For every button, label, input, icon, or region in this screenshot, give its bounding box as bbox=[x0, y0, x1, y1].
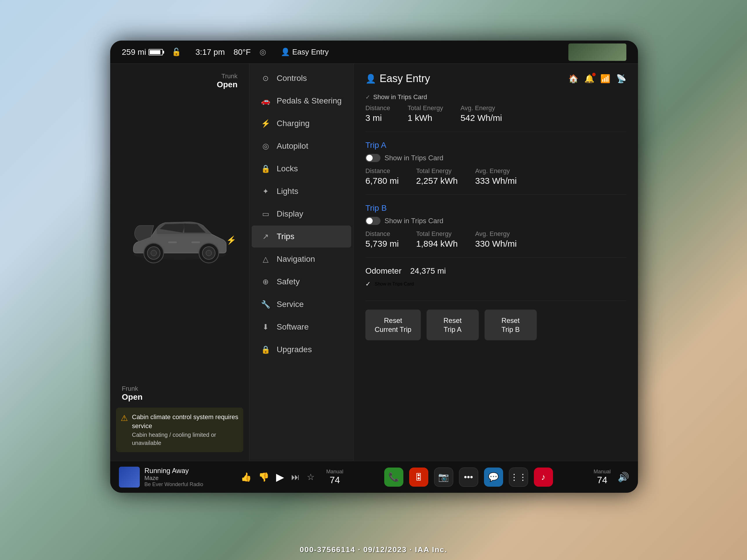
camera-icon[interactable]: 📷 bbox=[434, 468, 453, 487]
easy-entry-distance-value: 3 mi bbox=[365, 113, 390, 123]
checkmark-icon: ✓ bbox=[365, 94, 370, 101]
trip-b-energy-value: 1,894 kWh bbox=[416, 239, 458, 249]
menu-item-pedals[interactable]: 🚗 Pedals & Steering bbox=[252, 90, 351, 112]
message-icon[interactable]: 💬 bbox=[484, 468, 503, 487]
navigation-label: Navigation bbox=[277, 255, 315, 264]
svg-point-6 bbox=[206, 250, 212, 256]
watermark: 000-37566114 · 09/12/2023 · IAA Inc. bbox=[300, 545, 447, 554]
trips-icon: ↗ bbox=[260, 232, 271, 241]
trunk-status: Trunk Open bbox=[116, 73, 243, 89]
charging-icon: ⚡ bbox=[260, 119, 271, 128]
thumbs-up-button[interactable]: 👍 bbox=[241, 472, 251, 482]
menu-item-upgrades[interactable]: 🔒 Upgrades bbox=[252, 339, 351, 361]
car-image-area: ⚡ bbox=[116, 95, 243, 379]
temp-display-top: 80°F bbox=[233, 48, 251, 57]
buttons-row: ResetCurrent Trip ResetTrip A ResetTrip … bbox=[365, 310, 626, 340]
trunk-value: Open bbox=[116, 80, 237, 89]
phone-icon[interactable]: 📞 bbox=[384, 468, 403, 487]
panel-header: 👤 Easy Entry 🏠 🔔 📶 📡 bbox=[365, 73, 626, 85]
right-temp-value: 74 bbox=[597, 475, 608, 485]
locks-icon: 🔒 bbox=[260, 164, 271, 174]
left-panel: Trunk Open bbox=[110, 64, 249, 461]
menu-item-trips[interactable]: ↗ Trips bbox=[252, 225, 351, 247]
profile-display[interactable]: 👤 Easy Entry bbox=[281, 48, 329, 56]
reset-trip-b-button[interactable]: ResetTrip B bbox=[485, 310, 537, 340]
menu-item-lights[interactable]: ✦ Lights bbox=[252, 180, 351, 202]
warning-icon: ⚠ bbox=[121, 413, 128, 423]
more-icon[interactable]: ••• bbox=[459, 468, 478, 487]
menu-item-safety[interactable]: ⊕ Safety bbox=[252, 271, 351, 293]
odometer-row: Odometer 24,375 mi bbox=[365, 266, 626, 276]
profile-label: Easy Entry bbox=[292, 48, 329, 56]
volume-icon[interactable]: 🔊 bbox=[618, 472, 629, 483]
software-icon: ⬇ bbox=[260, 323, 271, 331]
media-controls: 👍 👎 ▶ ⏭ ☆ bbox=[241, 471, 315, 483]
menu-item-display[interactable]: ▭ Display bbox=[252, 203, 351, 225]
trip-a-distance-label: Distance bbox=[365, 167, 399, 175]
song-info: Running Away Maze Be Ever Wonderful Radi… bbox=[145, 466, 235, 487]
music-icon[interactable]: ♪ bbox=[534, 468, 553, 487]
status-bar: 259 mi 🔓 3:17 pm 80°F ◎ 👤 Easy Entry bbox=[110, 41, 638, 64]
easy-entry-avg-label: Avg. Energy bbox=[461, 104, 502, 112]
reset-trip-a-button[interactable]: ResetTrip A bbox=[427, 310, 479, 340]
menu-item-controls[interactable]: ⊙ Controls bbox=[252, 67, 351, 89]
service-label: Service bbox=[277, 300, 304, 309]
easy-entry-energy-label: Total Energy bbox=[408, 104, 443, 112]
reset-current-trip-button[interactable]: ResetCurrent Trip bbox=[365, 310, 421, 340]
song-title: Running Away bbox=[145, 466, 235, 475]
pedals-label: Pedals & Steering bbox=[277, 96, 342, 106]
display-icon: ▭ bbox=[260, 210, 271, 218]
song-artist: Maze bbox=[145, 475, 235, 481]
signal-icon: 📡 bbox=[616, 74, 626, 83]
safety-label: Safety bbox=[277, 277, 300, 286]
menu-item-service[interactable]: 🔧 Service bbox=[252, 293, 351, 315]
play-button[interactable]: ▶ bbox=[276, 471, 284, 483]
home-icon[interactable]: 🏠 bbox=[568, 74, 578, 83]
charging-label: Charging bbox=[277, 119, 310, 128]
panel-title-text: Easy Entry bbox=[380, 73, 430, 85]
warning-subtitle: Cabin heating / cooling limited or unava… bbox=[132, 431, 239, 447]
thumbs-down-button[interactable]: 👎 bbox=[258, 472, 269, 482]
trip-b-stats: Distance 5,739 mi Total Energy 1,894 kWh… bbox=[365, 230, 626, 249]
svg-rect-8 bbox=[168, 241, 177, 243]
trip-a-toggle[interactable] bbox=[365, 154, 381, 162]
easy-entry-section: ✓ Show in Trips Card Distance 3 mi Total… bbox=[365, 93, 626, 132]
odometer-show-label: Show in Trips Card bbox=[375, 282, 414, 287]
wifi-icon: 📶 bbox=[600, 74, 611, 83]
menu-item-locks[interactable]: 🔒 Locks bbox=[252, 158, 351, 180]
trip-a-section: Trip A Show in Trips Card Distance 6,780… bbox=[365, 140, 626, 195]
odometer-label: Odometer bbox=[365, 266, 402, 276]
skip-button[interactable]: ⏭ bbox=[291, 472, 300, 482]
trip-b-energy: Total Energy 1,894 kWh bbox=[416, 230, 458, 249]
pedals-icon: 🚗 bbox=[260, 97, 271, 106]
upgrades-icon: 🔒 bbox=[260, 345, 271, 354]
map-preview[interactable] bbox=[568, 44, 626, 61]
equalizer-icon[interactable]: 🎛 bbox=[409, 468, 428, 487]
trip-b-avg-label: Avg. Energy bbox=[475, 230, 517, 238]
menu-item-autopilot[interactable]: ◎ Autopilot bbox=[252, 135, 351, 157]
frunk-label: Frunk bbox=[122, 385, 243, 393]
locks-label: Locks bbox=[277, 164, 298, 174]
trip-b-distance-value: 5,739 mi bbox=[365, 239, 399, 249]
right-temp-mode: Manual bbox=[594, 469, 611, 475]
trip-a-avg-value: 333 Wh/mi bbox=[475, 176, 517, 186]
right-temp-display: Manual 74 bbox=[594, 469, 611, 485]
lock-status-icon: 🔓 bbox=[172, 48, 181, 56]
favorite-button[interactable]: ☆ bbox=[307, 472, 315, 482]
easy-entry-avg-energy: Avg. Energy 542 Wh/mi bbox=[461, 104, 502, 123]
trip-a-energy: Total Energy 2,257 kWh bbox=[416, 167, 458, 186]
trip-b-toggle[interactable] bbox=[365, 217, 381, 225]
odometer-value: 24,375 mi bbox=[410, 266, 446, 276]
range-value: 259 mi bbox=[122, 48, 146, 57]
trip-a-avg-energy: Avg. Energy 333 Wh/mi bbox=[475, 167, 517, 186]
upgrades-label: Upgrades bbox=[277, 345, 312, 354]
lights-label: Lights bbox=[277, 187, 299, 196]
grid-icon[interactable]: ⋮⋮ bbox=[509, 468, 528, 487]
trip-a-stats: Distance 6,780 mi Total Energy 2,257 kWh… bbox=[365, 167, 626, 186]
easy-entry-distance-label: Distance bbox=[365, 104, 390, 112]
menu-item-software[interactable]: ⬇ Software bbox=[252, 316, 351, 338]
svg-point-3 bbox=[151, 250, 157, 256]
menu-item-charging[interactable]: ⚡ Charging bbox=[252, 112, 351, 134]
bell-icon[interactable]: 🔔 bbox=[584, 74, 594, 83]
menu-item-navigation[interactable]: △ Navigation bbox=[252, 248, 351, 270]
